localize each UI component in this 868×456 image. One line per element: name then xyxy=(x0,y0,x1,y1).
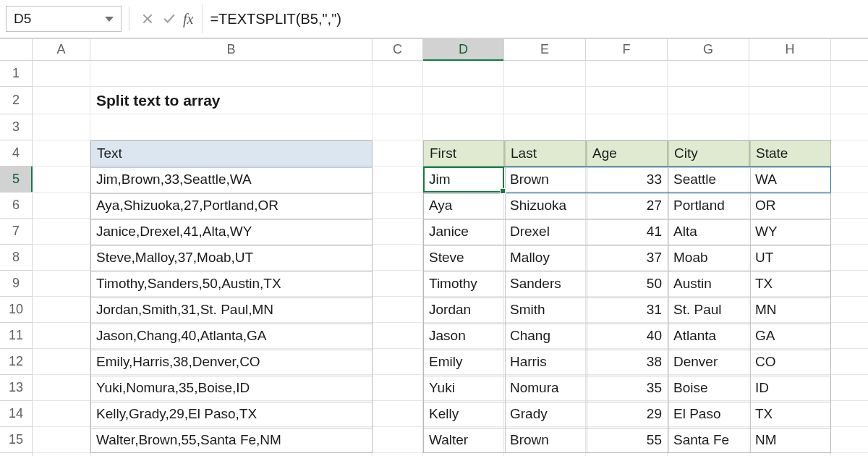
age-cell[interactable]: 38 xyxy=(586,349,668,375)
fx-icon[interactable]: fx xyxy=(183,11,193,28)
column-headers: ABCDEFGH xyxy=(33,39,868,61)
select-all-corner[interactable] xyxy=(0,39,33,61)
row-header-15[interactable]: 15 xyxy=(0,427,32,453)
row-header-1[interactable]: 1 xyxy=(0,61,32,87)
last-cell[interactable]: Shizuoka xyxy=(504,193,586,219)
age-cell[interactable]: 40 xyxy=(586,323,668,349)
age-cell[interactable]: 50 xyxy=(586,271,668,297)
first-cell[interactable]: Aya xyxy=(423,193,504,219)
formula-input[interactable]: =TEXTSPLIT(B5,",") xyxy=(207,11,862,28)
state-cell[interactable]: WY xyxy=(749,219,831,245)
first-cell[interactable]: Timothy xyxy=(423,271,504,297)
state-cell[interactable]: WA xyxy=(749,166,831,193)
first-cell[interactable]: Jason xyxy=(423,323,504,349)
column-header-A[interactable]: A xyxy=(33,39,90,60)
row-header-6[interactable]: 6 xyxy=(0,193,32,219)
text-cell[interactable]: Timothy,Sanders,50,Austin,TX xyxy=(90,271,373,297)
city-cell[interactable]: Portland xyxy=(668,193,749,219)
first-cell[interactable]: Emily xyxy=(423,349,504,375)
first-cell[interactable]: Steve xyxy=(423,245,504,271)
city-cell[interactable]: Atlanta xyxy=(668,323,749,349)
text-cell[interactable]: Kelly,Grady,29,El Paso,TX xyxy=(90,401,373,427)
last-cell[interactable]: Brown xyxy=(504,166,586,193)
text-cell[interactable]: Aya,Shizuoka,27,Portland,OR xyxy=(90,193,373,219)
row-header-7[interactable]: 7 xyxy=(0,219,32,245)
city-cell[interactable]: Austin xyxy=(668,271,749,297)
city-cell[interactable]: Seattle xyxy=(668,166,749,193)
result-header-state: State xyxy=(749,140,831,166)
first-cell[interactable]: Walter xyxy=(423,427,504,453)
row-header-11[interactable]: 11 xyxy=(0,323,32,349)
first-cell[interactable]: Jim xyxy=(423,166,504,193)
grid[interactable]: Split text to arrayTextFirstLastAgeCityS… xyxy=(33,61,868,456)
text-cell[interactable]: Jason,Chang,40,Atlanta,GA xyxy=(90,323,373,349)
column-header-C[interactable]: C xyxy=(373,39,423,60)
last-cell[interactable]: Brown xyxy=(504,427,586,453)
city-cell[interactable]: St. Paul xyxy=(668,297,749,323)
confirm-formula-icon[interactable] xyxy=(160,9,179,28)
text-cell[interactable]: Jim,Brown,33,Seattle,WA xyxy=(90,166,373,193)
city-cell[interactable]: Moab xyxy=(668,245,749,271)
row-header-4[interactable]: 4 xyxy=(0,140,32,166)
city-cell[interactable]: Santa Fe xyxy=(668,427,749,453)
age-cell[interactable]: 41 xyxy=(586,219,668,245)
name-box[interactable]: D5 xyxy=(6,6,122,32)
state-cell[interactable]: GA xyxy=(749,323,831,349)
last-cell[interactable]: Harris xyxy=(504,349,586,375)
column-header-F[interactable]: F xyxy=(586,39,668,60)
row-header-12[interactable]: 12 xyxy=(0,349,32,375)
chevron-down-icon[interactable] xyxy=(105,17,114,22)
age-cell[interactable]: 27 xyxy=(586,193,668,219)
text-cell[interactable]: Yuki,Nomura,35,Boise,ID xyxy=(90,375,373,401)
city-cell[interactable]: El Paso xyxy=(668,401,749,427)
last-cell[interactable]: Grady xyxy=(504,401,586,427)
state-cell[interactable]: ID xyxy=(749,375,831,401)
column-header-G[interactable]: G xyxy=(668,39,749,60)
city-cell[interactable]: Alta xyxy=(668,219,749,245)
state-cell[interactable]: NM xyxy=(749,427,831,453)
first-cell[interactable]: Yuki xyxy=(423,375,504,401)
text-cell[interactable]: Steve,Malloy,37,Moab,UT xyxy=(90,245,373,271)
age-cell[interactable]: 55 xyxy=(586,427,668,453)
column-header-B[interactable]: B xyxy=(90,39,373,60)
row-header-3[interactable]: 3 xyxy=(0,114,32,140)
first-cell[interactable]: Janice xyxy=(423,219,504,245)
last-cell[interactable]: Malloy xyxy=(504,245,586,271)
state-cell[interactable]: MN xyxy=(749,297,831,323)
age-cell[interactable]: 31 xyxy=(586,297,668,323)
age-cell[interactable]: 37 xyxy=(586,245,668,271)
state-cell[interactable]: CO xyxy=(749,349,831,375)
column-header-H[interactable]: H xyxy=(749,39,831,60)
row-header-2[interactable]: 2 xyxy=(0,87,32,114)
city-cell[interactable]: Denver xyxy=(668,349,749,375)
state-cell[interactable]: TX xyxy=(749,401,831,427)
city-cell[interactable]: Boise xyxy=(668,375,749,401)
page-title[interactable]: Split text to array xyxy=(90,87,373,114)
last-cell[interactable]: Nomura xyxy=(504,375,586,401)
column-header-D[interactable]: D xyxy=(423,39,504,60)
last-cell[interactable]: Drexel xyxy=(504,219,586,245)
row-header-10[interactable]: 10 xyxy=(0,297,32,323)
text-cell[interactable]: Jordan,Smith,31,St. Paul,MN xyxy=(90,297,373,323)
age-cell[interactable]: 33 xyxy=(586,166,668,193)
state-cell[interactable]: OR xyxy=(749,193,831,219)
first-cell[interactable]: Kelly xyxy=(423,401,504,427)
age-cell[interactable]: 35 xyxy=(586,375,668,401)
row-header-14[interactable]: 14 xyxy=(0,401,32,427)
last-cell[interactable]: Smith xyxy=(504,297,586,323)
text-cell[interactable]: Emily,Harris,38,Denver,CO xyxy=(90,349,373,375)
state-cell[interactable]: TX xyxy=(749,271,831,297)
cancel-formula-icon[interactable] xyxy=(138,9,157,28)
age-cell[interactable]: 29 xyxy=(586,401,668,427)
state-cell[interactable]: UT xyxy=(749,245,831,271)
first-cell[interactable]: Jordan xyxy=(423,297,504,323)
text-cell[interactable]: Janice,Drexel,41,Alta,WY xyxy=(90,219,373,245)
row-header-5[interactable]: 5 xyxy=(0,166,32,193)
column-header-E[interactable]: E xyxy=(504,39,586,60)
row-header-8[interactable]: 8 xyxy=(0,245,32,271)
last-cell[interactable]: Chang xyxy=(504,323,586,349)
text-cell[interactable]: Walter,Brown,55,Santa Fe,NM xyxy=(90,427,373,453)
row-header-13[interactable]: 13 xyxy=(0,375,32,401)
last-cell[interactable]: Sanders xyxy=(504,271,586,297)
row-header-9[interactable]: 9 xyxy=(0,271,32,297)
